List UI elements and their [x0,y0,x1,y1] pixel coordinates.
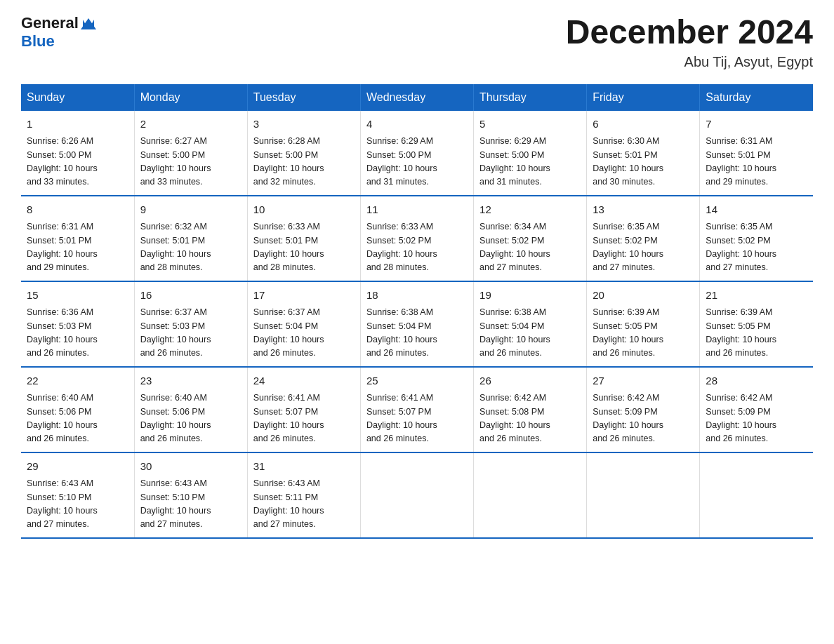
day-number: 25 [366,373,468,389]
calendar-cell [474,452,587,538]
day-info: Sunrise: 6:33 AMSunset: 5:02 PMDaylight:… [366,220,468,275]
day-number: 23 [140,373,241,389]
day-info: Sunrise: 6:32 AMSunset: 5:01 PMDaylight:… [140,220,241,275]
day-number: 24 [253,373,355,389]
day-number: 26 [479,373,581,389]
calendar-cell: 10Sunrise: 6:33 AMSunset: 5:01 PMDayligh… [247,196,360,281]
day-info: Sunrise: 6:42 AMSunset: 5:09 PMDaylight:… [706,391,807,446]
day-number: 1 [27,116,128,133]
logo-text-general: General [21,14,79,32]
day-info: Sunrise: 6:36 AMSunset: 5:03 PMDaylight:… [27,306,128,361]
calendar-cell: 13Sunrise: 6:35 AMSunset: 5:02 PMDayligh… [587,196,700,281]
day-info: Sunrise: 6:38 AMSunset: 5:04 PMDaylight:… [479,306,581,361]
calendar-cell: 11Sunrise: 6:33 AMSunset: 5:02 PMDayligh… [360,196,473,281]
header-day-sunday: Sunday [21,84,134,111]
calendar-cell: 4Sunrise: 6:29 AMSunset: 5:00 PMDaylight… [360,111,473,196]
day-info: Sunrise: 6:42 AMSunset: 5:09 PMDaylight:… [593,391,694,446]
day-info: Sunrise: 6:30 AMSunset: 5:01 PMDaylight:… [593,135,694,189]
header-day-thursday: Thursday [474,84,587,111]
day-info: Sunrise: 6:26 AMSunset: 5:00 PMDaylight:… [27,135,128,189]
day-info: Sunrise: 6:35 AMSunset: 5:02 PMDaylight:… [706,220,807,275]
day-info: Sunrise: 6:28 AMSunset: 5:00 PMDaylight:… [253,135,355,189]
day-info: Sunrise: 6:29 AMSunset: 5:00 PMDaylight:… [479,135,581,189]
day-number: 14 [706,202,807,218]
calendar-cell: 26Sunrise: 6:42 AMSunset: 5:08 PMDayligh… [474,367,587,452]
day-number: 31 [253,459,355,475]
calendar-cell: 3Sunrise: 6:28 AMSunset: 5:00 PMDaylight… [247,111,360,196]
day-number: 3 [253,116,355,133]
calendar-cell: 22Sunrise: 6:40 AMSunset: 5:06 PMDayligh… [21,367,134,452]
calendar-cell: 25Sunrise: 6:41 AMSunset: 5:07 PMDayligh… [360,367,473,452]
day-info: Sunrise: 6:39 AMSunset: 5:05 PMDaylight:… [593,306,694,361]
day-number: 28 [706,373,807,389]
calendar-week-row: 8Sunrise: 6:31 AMSunset: 5:01 PMDaylight… [21,196,813,281]
day-info: Sunrise: 6:43 AMSunset: 5:10 PMDaylight:… [140,477,241,532]
calendar-cell: 12Sunrise: 6:34 AMSunset: 5:02 PMDayligh… [474,196,587,281]
calendar-cell: 9Sunrise: 6:32 AMSunset: 5:01 PMDaylight… [134,196,247,281]
header-day-friday: Friday [587,84,700,111]
day-number: 2 [140,116,241,133]
calendar-cell: 28Sunrise: 6:42 AMSunset: 5:09 PMDayligh… [700,367,813,452]
day-info: Sunrise: 6:40 AMSunset: 5:06 PMDaylight:… [27,391,128,446]
header-day-saturday: Saturday [700,84,813,111]
day-info: Sunrise: 6:42 AMSunset: 5:08 PMDaylight:… [479,391,581,446]
calendar-cell: 18Sunrise: 6:38 AMSunset: 5:04 PMDayligh… [360,281,473,367]
day-number: 30 [140,459,241,475]
day-info: Sunrise: 6:43 AMSunset: 5:10 PMDaylight:… [27,477,128,532]
day-number: 13 [593,202,694,218]
header-day-tuesday: Tuesday [247,84,360,111]
page-header: General Blue December 2024 Abu Tij, Asyu… [21,14,813,70]
day-info: Sunrise: 6:27 AMSunset: 5:00 PMDaylight:… [140,135,241,189]
day-info: Sunrise: 6:41 AMSunset: 5:07 PMDaylight:… [253,391,355,446]
day-number: 22 [27,373,128,389]
day-info: Sunrise: 6:40 AMSunset: 5:06 PMDaylight:… [140,391,241,446]
day-number: 8 [27,202,128,218]
day-info: Sunrise: 6:38 AMSunset: 5:04 PMDaylight:… [366,306,468,361]
calendar-cell: 29Sunrise: 6:43 AMSunset: 5:10 PMDayligh… [21,452,134,538]
day-number: 5 [479,116,581,133]
calendar-cell: 23Sunrise: 6:40 AMSunset: 5:06 PMDayligh… [134,367,247,452]
calendar-cell: 17Sunrise: 6:37 AMSunset: 5:04 PMDayligh… [247,281,360,367]
day-info: Sunrise: 6:37 AMSunset: 5:04 PMDaylight:… [253,306,355,361]
calendar-cell: 5Sunrise: 6:29 AMSunset: 5:00 PMDaylight… [474,111,587,196]
day-info: Sunrise: 6:43 AMSunset: 5:11 PMDaylight:… [253,477,355,532]
day-info: Sunrise: 6:41 AMSunset: 5:07 PMDaylight:… [366,391,468,446]
calendar-cell: 2Sunrise: 6:27 AMSunset: 5:00 PMDaylight… [134,111,247,196]
calendar-cell: 27Sunrise: 6:42 AMSunset: 5:09 PMDayligh… [587,367,700,452]
day-number: 15 [27,288,128,304]
calendar-cell: 7Sunrise: 6:31 AMSunset: 5:01 PMDaylight… [700,111,813,196]
day-number: 7 [706,116,807,133]
calendar-cell: 16Sunrise: 6:37 AMSunset: 5:03 PMDayligh… [134,281,247,367]
calendar-cell [700,452,813,538]
calendar-week-row: 15Sunrise: 6:36 AMSunset: 5:03 PMDayligh… [21,281,813,367]
day-info: Sunrise: 6:31 AMSunset: 5:01 PMDaylight:… [706,135,807,189]
day-number: 27 [593,373,694,389]
title-area: December 2024 Abu Tij, Asyut, Egypt [566,14,813,70]
day-info: Sunrise: 6:39 AMSunset: 5:05 PMDaylight:… [706,306,807,361]
day-number: 19 [479,288,581,304]
day-info: Sunrise: 6:34 AMSunset: 5:02 PMDaylight:… [479,220,581,275]
day-info: Sunrise: 6:37 AMSunset: 5:03 PMDaylight:… [140,306,241,361]
calendar-cell: 20Sunrise: 6:39 AMSunset: 5:05 PMDayligh… [587,281,700,367]
calendar-cell: 31Sunrise: 6:43 AMSunset: 5:11 PMDayligh… [247,452,360,538]
day-number: 20 [593,288,694,304]
calendar-cell: 8Sunrise: 6:31 AMSunset: 5:01 PMDaylight… [21,196,134,281]
day-number: 9 [140,202,241,218]
day-number: 21 [706,288,807,304]
calendar-cell: 24Sunrise: 6:41 AMSunset: 5:07 PMDayligh… [247,367,360,452]
day-info: Sunrise: 6:31 AMSunset: 5:01 PMDaylight:… [27,220,128,275]
calendar-table: SundayMondayTuesdayWednesdayThursdayFrid… [21,84,813,539]
calendar-week-row: 29Sunrise: 6:43 AMSunset: 5:10 PMDayligh… [21,452,813,538]
day-number: 6 [593,116,694,133]
day-number: 10 [253,202,355,218]
calendar-cell: 21Sunrise: 6:39 AMSunset: 5:05 PMDayligh… [700,281,813,367]
day-info: Sunrise: 6:33 AMSunset: 5:01 PMDaylight:… [253,220,355,275]
day-number: 17 [253,288,355,304]
day-number: 18 [366,288,468,304]
page-title: December 2024 [566,14,813,51]
calendar-cell [360,452,473,538]
day-number: 11 [366,202,468,218]
day-info: Sunrise: 6:35 AMSunset: 5:02 PMDaylight:… [593,220,694,275]
calendar-cell: 6Sunrise: 6:30 AMSunset: 5:01 PMDaylight… [587,111,700,196]
day-info: Sunrise: 6:29 AMSunset: 5:00 PMDaylight:… [366,135,468,189]
